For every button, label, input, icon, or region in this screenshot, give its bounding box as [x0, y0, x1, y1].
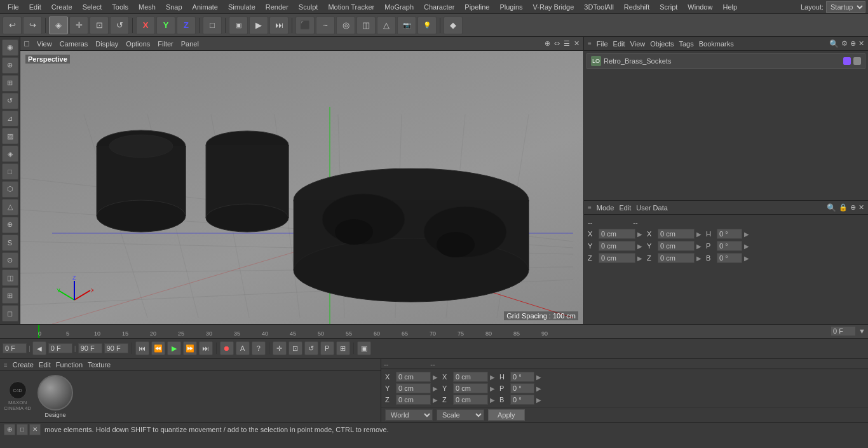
objects-expand-icon[interactable]: ⊕ — [850, 39, 856, 48]
record-btn[interactable]: ⏺ — [220, 341, 234, 355]
play-btn[interactable]: ▶ — [167, 341, 181, 355]
current-frame-input[interactable] — [48, 343, 72, 353]
render-region-button[interactable]: ▣ — [229, 17, 248, 34]
menu-simulate[interactable]: Simulate — [223, 2, 261, 12]
z-axis-button[interactable]: Z — [177, 17, 196, 34]
objects-view-tab[interactable]: View — [630, 40, 646, 48]
bx2-input[interactable] — [453, 372, 488, 382]
step-fwd-btn[interactable]: ⏩ — [183, 341, 197, 355]
menu-window[interactable]: Window — [682, 2, 717, 12]
attr-userdata-tab[interactable]: User Data — [636, 204, 668, 212]
by-pos-input[interactable] — [396, 383, 431, 393]
by2-input[interactable] — [453, 383, 488, 393]
bz2-input[interactable] — [453, 395, 488, 405]
x-axis-button[interactable]: X — [136, 17, 155, 34]
vp-filter-btn[interactable]: Filter — [158, 40, 173, 48]
menu-mesh[interactable]: Mesh — [133, 2, 161, 12]
sidebar-btn-5[interactable]: ⊿ — [2, 111, 18, 127]
vp-options-btn[interactable]: Options — [126, 40, 150, 48]
menu-file[interactable]: File — [3, 2, 24, 12]
start-frame-input[interactable] — [3, 343, 27, 353]
bp-input[interactable] — [510, 383, 534, 393]
cube-button[interactable]: ⬛ — [295, 17, 315, 34]
auto-btn[interactable]: A — [236, 341, 250, 355]
objects-close-icon[interactable]: ✕ — [858, 39, 864, 48]
menu-character[interactable]: Character — [419, 2, 459, 12]
objects-file-tab[interactable]: File — [597, 40, 608, 48]
3d-viewport[interactable]: Perspective — [20, 51, 583, 324]
render-view-button[interactable]: ▶ — [249, 17, 268, 34]
menu-pipeline[interactable]: Pipeline — [459, 2, 494, 12]
sidebar-btn-3[interactable]: ⊞ — [2, 75, 18, 92]
y-axis-button[interactable]: Y — [156, 17, 175, 34]
bb-input[interactable] — [510, 395, 534, 405]
deform-button[interactable]: ◫ — [356, 17, 376, 34]
scale-button[interactable]: ⊡ — [90, 17, 109, 34]
nurbs-button[interactable]: ◎ — [336, 17, 355, 34]
scale-tc-btn[interactable]: ⊡ — [288, 341, 302, 355]
attr-lock-icon[interactable]: 🔒 — [839, 203, 848, 212]
bz-pos-input[interactable] — [396, 395, 431, 405]
sidebar-btn-7[interactable]: ◈ — [2, 146, 18, 162]
sidebar-btn-13[interactable]: ⊙ — [2, 252, 18, 269]
menu-snap[interactable]: Snap — [161, 2, 187, 12]
objects-tags-tab[interactable]: Tags — [679, 40, 694, 48]
frame-arrow-icon[interactable]: ▼ — [858, 327, 865, 335]
vp-panel-btn[interactable]: Panel — [181, 40, 199, 48]
menu-tools[interactable]: Tools — [107, 2, 133, 12]
mat-create-tab[interactable]: Create — [13, 361, 34, 369]
vp-view-btn[interactable]: View — [37, 40, 52, 48]
attr-mode-tab[interactable]: Mode — [597, 204, 614, 212]
attr-edit-tab[interactable]: Edit — [619, 204, 631, 212]
attr-close-icon[interactable]: ✕ — [858, 203, 864, 212]
bh-input[interactable] — [510, 372, 534, 382]
timeline-ruler[interactable]: 0 5 10 15 20 25 30 35 40 45 50 55 60 65 … — [0, 325, 868, 339]
select-button[interactable]: ◈ — [49, 17, 68, 34]
object-button[interactable]: □ — [203, 17, 222, 34]
menu-render[interactable]: Render — [261, 2, 294, 12]
b-input[interactable] — [717, 253, 742, 263]
objects-settings-icon[interactable]: ⚙ — [841, 39, 848, 48]
scene-button[interactable]: ◆ — [444, 17, 463, 34]
menu-redshift[interactable]: Redshift — [619, 2, 654, 12]
first-frame-btn[interactable]: ⏮ — [135, 341, 149, 355]
y-pos-input[interactable] — [599, 241, 635, 251]
objects-search-icon[interactable]: 🔍 — [829, 39, 839, 48]
sidebar-btn-8[interactable]: □ — [2, 163, 18, 180]
z2-input[interactable] — [658, 253, 695, 263]
attr-expand-icon[interactable]: ⊕ — [850, 203, 856, 212]
menu-create[interactable]: Create — [46, 2, 78, 12]
vp-settings-icon[interactable]: ☰ — [564, 39, 570, 48]
vp-cameras-btn[interactable]: Cameras — [60, 40, 88, 48]
p-input[interactable] — [717, 241, 742, 251]
objects-objects-tab[interactable]: Objects — [650, 40, 674, 48]
material-ball[interactable]: C4D MAXON CINEMA 4D — [4, 381, 31, 412]
sidebar-btn-14[interactable]: ◫ — [2, 269, 18, 286]
vp-display-btn[interactable]: Display — [95, 40, 118, 48]
sidebar-btn-4[interactable]: ↺ — [2, 93, 18, 109]
attr-search-icon[interactable]: 🔍 — [827, 203, 836, 212]
z-pos-input[interactable] — [599, 253, 635, 263]
world-dropdown[interactable]: World — [385, 409, 433, 421]
sidebar-btn-2[interactable]: ⊕ — [2, 57, 18, 74]
menu-3dtoolall[interactable]: 3DToolAll — [579, 2, 618, 12]
move-tc-btn[interactable]: ✛ — [273, 341, 287, 355]
loop-btn[interactable]: ↺ — [304, 341, 318, 355]
last-frame-btn[interactable]: ⏭ — [199, 341, 213, 355]
render-all-button[interactable]: ⏭ — [269, 17, 288, 34]
light-button[interactable]: 💡 — [417, 17, 437, 34]
mat-function-tab[interactable]: Function — [56, 361, 83, 369]
h-input[interactable] — [717, 229, 742, 239]
menu-animate[interactable]: Animate — [187, 2, 223, 12]
prev-frame-btn[interactable]: ◀ — [32, 341, 46, 355]
apply-button[interactable]: Apply — [488, 409, 525, 421]
y2-input[interactable] — [658, 241, 695, 251]
sidebar-btn-6[interactable]: ▨ — [2, 128, 18, 144]
move-button[interactable]: ✛ — [69, 17, 88, 34]
status-icon-1[interactable]: ⊕ — [4, 424, 15, 435]
menu-motion-tracker[interactable]: Motion Tracker — [323, 2, 379, 12]
step-back-btn[interactable]: ⏪ — [151, 341, 165, 355]
menu-sculpt[interactable]: Sculpt — [294, 2, 323, 12]
environment-button[interactable]: △ — [377, 17, 396, 34]
material-ball-2[interactable]: Designe — [37, 375, 73, 418]
